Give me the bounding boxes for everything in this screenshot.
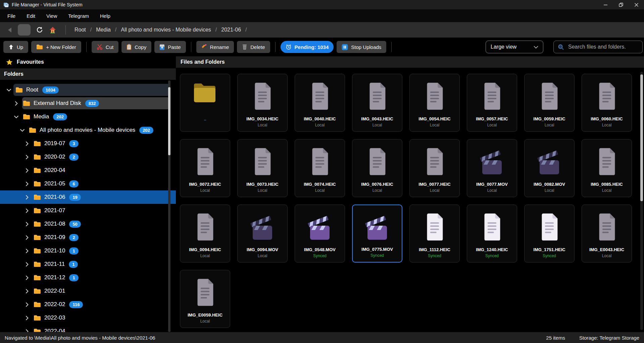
chevron-right-icon[interactable] [23, 329, 30, 332]
file-tile[interactable]: IMG_0034.HEIC Local [237, 74, 288, 132]
file-tile[interactable]: IMG_0085.HEIC Local [582, 139, 632, 197]
file-tile[interactable]: IMG_0094.HEIC Local [180, 205, 230, 263]
menu-item-help[interactable]: Help [95, 11, 115, 21]
chevron-right-icon[interactable] [23, 275, 30, 280]
file-tile[interactable]: IMG_E0059.HEIC Local [180, 270, 230, 328]
chevron-down-icon[interactable] [19, 129, 26, 132]
chevron-right-icon[interactable] [23, 195, 30, 200]
back-button[interactable] [7, 27, 12, 33]
breadcrumb-item[interactable]: 2021-06 [221, 27, 241, 33]
chevron-right-icon[interactable] [23, 208, 30, 213]
new-folder-button[interactable]: + New Folder [31, 41, 81, 53]
breadcrumb-item[interactable]: All photo and movies - Mobile devices [121, 27, 211, 33]
menu-item-edit[interactable]: Edit [22, 11, 40, 21]
folder-tree-item[interactable]: Root 1034 [0, 83, 176, 97]
chevron-right-icon[interactable] [23, 168, 30, 173]
chevron-right-icon[interactable] [23, 316, 30, 321]
menu-item-file[interactable]: File [3, 11, 20, 21]
folder-tree-item[interactable]: 2022-02 116 [0, 298, 176, 311]
paste-button[interactable]: Paste [154, 41, 186, 53]
count-badge: 1034 [42, 87, 59, 94]
file-tile[interactable]: IMG_0076.HEIC Local [352, 139, 402, 197]
folder-tree-item[interactable]: 2021-05 6 [0, 177, 176, 190]
stop-uploads-button[interactable]: Stop Uploads [337, 41, 386, 53]
chevron-right-icon[interactable] [23, 302, 30, 307]
chevron-right-icon[interactable] [23, 289, 30, 294]
folder-tree-item[interactable]: 2021-07 [0, 204, 176, 217]
copy-button[interactable]: Copy [121, 41, 151, 53]
breadcrumb-item[interactable]: Media [96, 27, 111, 33]
file-tile[interactable]: IMG_0094.MOV Local [237, 205, 288, 263]
chevron-right-icon[interactable] [23, 141, 30, 146]
scrollbar-thumb[interactable] [168, 87, 170, 155]
favourites-section[interactable]: Favourites [0, 56, 176, 68]
file-tile[interactable]: IMG_0054.HEIC Local [409, 74, 460, 132]
file-tile[interactable]: IMG_0072.HEIC Local [180, 139, 230, 197]
menu-item-telegram[interactable]: Telegram [63, 11, 94, 21]
folder-tree-item[interactable]: Media 202 [0, 110, 176, 123]
file-tile[interactable]: IMG_0059.HEIC Local [524, 74, 575, 132]
minimize-button[interactable] [598, 0, 613, 9]
up-button[interactable]: Up [3, 41, 28, 53]
refresh-icon[interactable] [36, 26, 43, 33]
file-tile[interactable]: IMG_0082.MOV Local [524, 139, 575, 197]
cut-button[interactable]: Cut [92, 41, 118, 53]
home-icon[interactable] [49, 26, 57, 34]
menu-item-view[interactable]: View [42, 11, 62, 21]
folder-tree-item[interactable]: External Hard Disk 832 [0, 97, 176, 110]
delete-button[interactable]: Delete [237, 41, 270, 53]
folder-tree-item[interactable]: 2021-10 1 [0, 244, 176, 258]
folder-tree-item[interactable]: 2022-04 [0, 325, 176, 332]
folder-tree-item[interactable]: All photo and movies - Mobile devices 20… [0, 123, 176, 137]
file-tile[interactable]: IMG_1240.HEIC Synced [467, 205, 517, 263]
folder-tree-item[interactable]: 2019-07 3 [0, 137, 176, 150]
file-tile[interactable]: IMG_1751.HEIC Synced [524, 205, 575, 263]
forward-button[interactable] [18, 24, 31, 36]
view-mode-dropdown[interactable]: Large view [486, 41, 543, 53]
folder-tree-item[interactable]: 2021-06 19 [0, 190, 176, 204]
folder-tree-item[interactable]: 2022-01 [0, 284, 176, 298]
chevron-right-icon[interactable] [23, 181, 30, 186]
rename-button[interactable]: Rename [196, 41, 234, 53]
file-tile[interactable]: IMG_0548.MOV Synced [295, 205, 345, 263]
search-box[interactable] [553, 41, 643, 53]
search-input[interactable] [567, 44, 638, 50]
folder-tree-item[interactable]: 2021-09 2 [0, 231, 176, 244]
file-tile[interactable]: IMG_0077.MOV Local [467, 139, 517, 197]
scrollbar-thumb[interactable] [640, 74, 643, 201]
folder-tree-item[interactable]: 2021-11 1 [0, 258, 176, 271]
chevron-right-icon[interactable] [23, 222, 30, 227]
file-tile[interactable]: IMG_0043.HEIC Local [352, 74, 402, 132]
files-panel: Files and Folders .. IMG_0034.HEIC Local… [176, 56, 644, 332]
close-button[interactable] [629, 0, 644, 9]
folder-tree-item[interactable]: 2020-04 [0, 164, 176, 177]
sidebar-scrollbar[interactable] [168, 80, 170, 332]
folder-tree-item[interactable]: 2020-02 2 [0, 150, 176, 164]
file-name: IMG_0548.MOV [304, 247, 336, 253]
file-tile[interactable]: IMG_0057.HEIC Local [467, 74, 517, 132]
file-tile[interactable]: IMG_0074.HEIC Local [295, 139, 345, 197]
file-tile[interactable]: IMG_0040.HEIC Local [295, 74, 345, 132]
file-tile[interactable]: IMG_E0043.HEIC Local [582, 205, 632, 263]
chevron-down-icon[interactable] [13, 115, 19, 118]
folder-tree-item[interactable]: 2021-08 50 [0, 217, 176, 231]
chevron-right-icon[interactable] [23, 248, 30, 253]
chevron-down-icon[interactable] [5, 89, 12, 92]
file-tile[interactable]: IMG_0073.HEIC Local [237, 139, 288, 197]
chevron-right-icon[interactable] [23, 155, 30, 160]
files-scrollbar[interactable] [640, 72, 643, 330]
pending-uploads-button[interactable]: Pending: 1034 [281, 41, 334, 53]
maximize-button[interactable] [613, 0, 629, 9]
folder-tree-item[interactable]: 2022-03 [0, 311, 176, 325]
file-tile[interactable]: IMG_0077.HEIC Local [409, 139, 460, 197]
file-tile[interactable]: IMG_0060.HEIC Local [582, 74, 632, 132]
file-tile[interactable]: IMG_1112.HEIC Synced [409, 205, 460, 263]
breadcrumb-item[interactable]: Root [75, 27, 86, 33]
folder-tree-item[interactable]: 2021-12 1 [0, 271, 176, 284]
file-tile[interactable]: IMG_0775.MOV Synced [352, 205, 402, 263]
chevron-right-icon[interactable] [13, 101, 19, 106]
chevron-right-icon[interactable] [23, 262, 30, 267]
chevron-right-icon[interactable] [23, 235, 30, 240]
file-tile[interactable]: .. [180, 74, 230, 132]
file-name: IMG_E0043.HEIC [589, 247, 624, 253]
